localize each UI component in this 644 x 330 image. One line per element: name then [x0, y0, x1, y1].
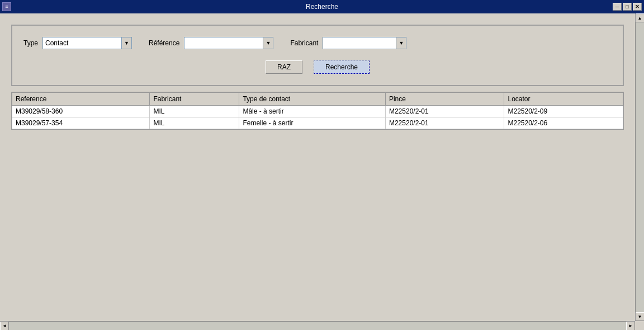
cell-pince: M22520/2-01 — [385, 117, 504, 129]
reference-label: Référence — [149, 39, 179, 47]
col-reference: Reference — [12, 93, 150, 106]
fabricant-group: Fabricant ▼ — [290, 37, 406, 49]
reference-group: Référence ▼ — [149, 37, 273, 49]
results-table-container: Reference Fabricant Type de contact Pinc… — [11, 92, 624, 130]
scroll-right-button[interactable]: ► — [626, 322, 635, 331]
table-body: M39029/58-360MILMâle - à sertirM22520/2-… — [12, 106, 623, 129]
table-row[interactable]: M39029/58-360MILMâle - à sertirM22520/2-… — [12, 106, 623, 117]
col-locator: Locator — [504, 93, 623, 106]
main-content: Type Contact ▼ Référence ▼ Fabricant — [0, 13, 635, 321]
fabricant-select[interactable]: ▼ — [323, 37, 406, 49]
type-label: Type — [23, 39, 38, 47]
fabricant-label: Fabricant — [290, 39, 318, 47]
reference-select[interactable]: ▼ — [184, 37, 273, 49]
fabricant-dropdown-arrow[interactable]: ▼ — [396, 37, 406, 49]
window-title: Recherche — [0, 3, 644, 11]
results-table: Reference Fabricant Type de contact Pinc… — [12, 92, 623, 129]
scroll-down-button[interactable]: ▼ — [636, 312, 645, 321]
cell-locator: M22520/2-09 — [504, 106, 623, 117]
form-row: Type Contact ▼ Référence ▼ Fabricant — [23, 37, 612, 49]
raz-button[interactable]: RAZ — [266, 60, 302, 74]
scrollbar-vertical: ▲ ▼ — [635, 13, 644, 321]
type-group: Type Contact ▼ — [23, 37, 132, 49]
col-type-contact: Type de contact — [239, 93, 386, 106]
scroll-up-button[interactable]: ▲ — [636, 13, 645, 22]
cell-fabricant: MIL — [150, 117, 239, 129]
col-pince: Pince — [385, 93, 504, 106]
scrollbar-horizontal: ◄ ► — [0, 321, 635, 330]
cell-reference: M39029/57-354 — [12, 117, 150, 129]
cell-reference: M39029/58-360 — [12, 106, 150, 117]
table-header-row: Reference Fabricant Type de contact Pinc… — [12, 93, 623, 106]
cell-pince: M22520/2-01 — [385, 106, 504, 117]
col-fabricant: Fabricant — [150, 93, 239, 106]
cell-fabricant: MIL — [150, 106, 239, 117]
table-header: Reference Fabricant Type de contact Pinc… — [12, 93, 623, 106]
reference-dropdown-arrow[interactable]: ▼ — [263, 37, 273, 49]
recherche-button[interactable]: Recherche — [314, 60, 370, 74]
type-value: Contact — [43, 39, 121, 47]
button-row: RAZ Recherche — [23, 60, 612, 74]
type-select[interactable]: Contact ▼ — [42, 37, 132, 49]
table-row[interactable]: M39029/57-354MILFemelle - à sertirM22520… — [12, 117, 623, 129]
scroll-left-button[interactable]: ◄ — [0, 322, 9, 331]
scroll-track-vertical[interactable] — [636, 22, 644, 312]
cell-locator: M22520/2-06 — [504, 117, 623, 129]
scroll-track-horizontal[interactable] — [9, 322, 626, 330]
search-panel: Type Contact ▼ Référence ▼ Fabricant — [11, 25, 624, 86]
title-bar: ≡ Recherche ─ □ ✕ — [0, 0, 644, 13]
cell-type_contact: Mâle - à sertir — [239, 106, 386, 117]
cell-type_contact: Femelle - à sertir — [239, 117, 386, 129]
type-dropdown-arrow[interactable]: ▼ — [121, 37, 131, 49]
